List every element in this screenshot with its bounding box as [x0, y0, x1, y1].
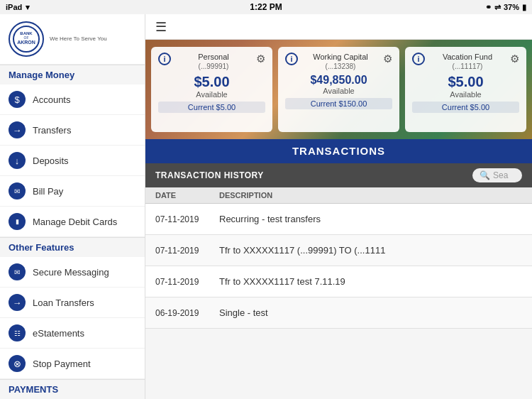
account-name-1: Working Capital (...13238): [298, 53, 383, 71]
sidebar-section-manage-money: Manage Money: [0, 65, 145, 84]
sidebar-item-accounts[interactable]: $ Accounts: [0, 84, 145, 115]
account-current-2: Current $5.00: [412, 102, 519, 113]
sidebar-item-stop-payment[interactable]: ⊗ Stop Payment: [0, 349, 145, 379]
sidebar-item-deposits[interactable]: ↓ Deposits: [0, 146, 145, 176]
tx-date-0: 07-11-2019: [155, 214, 219, 224]
secure-messaging-icon: ✉: [9, 263, 26, 280]
sidebar: BANK OF AKRON We Here To Serve You Manag…: [0, 14, 145, 399]
table-row[interactable]: 07-11-2019 Tfr to XXXXX1117 test 7.11.19: [145, 266, 532, 297]
tx-desc-2: Tfr to XXXXX1117 test 7.11.19: [219, 276, 522, 287]
stop-payment-icon: ⊗: [9, 355, 26, 372]
sidebar-item-bill-pay-label: Bill Pay: [33, 186, 63, 197]
status-bar: iPad ▾ 1:22 PM ⚭ ⇌ 37% ▮: [0, 0, 532, 14]
account-gear-1[interactable]: ⚙: [383, 53, 392, 65]
logo-tagline: We Here To Serve You: [50, 36, 107, 43]
sidebar-item-accounts-label: Accounts: [33, 94, 70, 105]
search-box[interactable]: 🔍 Sea: [472, 168, 522, 182]
deposits-icon: ↓: [9, 152, 26, 169]
logo-circle: BANK OF AKRON: [9, 21, 44, 57]
account-available-0: Available: [158, 90, 265, 99]
topbar: ☰: [145, 14, 532, 40]
bluetooth-icon: ⚭: [485, 3, 492, 12]
logo-text: We Here To Serve You: [50, 36, 107, 43]
account-name-2: Vacation Fund (...11117): [425, 53, 510, 71]
bill-pay-icon: ✉: [9, 182, 26, 200]
tx-date-3: 06-19-2019: [155, 308, 219, 318]
sidebar-item-transfers-label: Transfers: [33, 125, 71, 136]
transactions-section-header: TRANSACTIONS: [145, 139, 532, 163]
status-left: iPad ▾: [6, 3, 30, 12]
search-icon: 🔍: [480, 170, 490, 180]
sidebar-item-debit-cards[interactable]: ▮ Manage Debit Cards: [0, 207, 145, 237]
sidebar-logo: BANK OF AKRON We Here To Serve You: [0, 14, 145, 65]
estatements-icon: ☷: [9, 324, 26, 341]
sidebar-item-transfers[interactable]: → Transfers: [0, 115, 145, 146]
status-time: 1:22 PM: [250, 2, 282, 12]
sidebar-item-bill-pay[interactable]: ✉ Bill Pay: [0, 176, 145, 207]
account-gear-2[interactable]: ⚙: [510, 53, 519, 65]
accounts-area: i Personal (...99991) ⚙ $5.00 Available …: [145, 40, 532, 139]
transactions-list: 07-11-2019 Recurring - test transfers 07…: [145, 204, 532, 399]
account-name-0: Personal (...99991): [171, 53, 256, 71]
debit-cards-icon: ▮: [9, 213, 26, 230]
accounts-icon: $: [9, 91, 26, 108]
table-row[interactable]: 06-19-2019 Single - test: [145, 297, 532, 329]
loan-transfers-icon: →: [9, 294, 26, 311]
account-card-0[interactable]: i Personal (...99991) ⚙ $5.00 Available …: [151, 47, 272, 132]
sidebar-item-loan-transfers-label: Loan Transfers: [33, 297, 94, 308]
account-card-2[interactable]: i Vacation Fund (...11117) ⚙ $5.00 Avail…: [405, 47, 526, 132]
transaction-history-label: TRANSACTION HISTORY: [155, 170, 264, 180]
status-right: ⚭ ⇌ 37% ▮: [485, 3, 526, 12]
accounts-cards: i Personal (...99991) ⚙ $5.00 Available …: [145, 40, 532, 139]
main-content: ☰ i Personal (...99991) ⚙ $5.00: [145, 14, 532, 399]
svg-text:AKRON: AKRON: [17, 40, 35, 45]
sidebar-item-estatements[interactable]: ☷ eStatements: [0, 318, 145, 349]
account-card-header-0: i Personal (...99991) ⚙: [158, 53, 265, 71]
account-current-1: Current $150.00: [285, 98, 392, 109]
account-info-icon-1[interactable]: i: [285, 53, 298, 65]
col-date-header: DATE: [155, 191, 219, 200]
transfers-icon: →: [9, 121, 26, 138]
hamburger-icon[interactable]: ☰: [155, 19, 167, 35]
search-placeholder: Sea: [493, 170, 508, 180]
account-card-header-1: i Working Capital (...13238) ⚙: [285, 53, 392, 71]
account-card-header-2: i Vacation Fund (...11117) ⚙: [412, 53, 519, 71]
account-amount-1: $49,850.00: [285, 74, 392, 87]
sidebar-section-payments: PAYMENTS: [0, 379, 145, 399]
account-amount-2: $5.00: [412, 74, 519, 90]
carrier-label: iPad: [6, 3, 22, 11]
battery-icon: ▮: [522, 3, 526, 12]
table-header-bar: TRANSACTION HISTORY 🔍 Sea: [145, 163, 532, 187]
account-gear-0[interactable]: ⚙: [256, 53, 265, 65]
column-headers: DATE DESCRIPTION: [145, 187, 532, 204]
account-available-2: Available: [412, 90, 519, 99]
sidebar-item-stop-payment-label: Stop Payment: [33, 359, 91, 369]
wifi-icon: ▾: [26, 3, 30, 12]
account-card-1[interactable]: i Working Capital (...13238) ⚙ $49,850.0…: [278, 47, 399, 132]
sidebar-item-debit-cards-label: Manage Debit Cards: [33, 217, 117, 227]
account-amount-0: $5.00: [158, 74, 265, 90]
account-available-1: Available: [285, 87, 392, 95]
sidebar-item-loan-transfers[interactable]: → Loan Transfers: [0, 288, 145, 318]
sidebar-item-estatements-label: eStatements: [33, 328, 84, 339]
tx-date-1: 07-11-2019: [155, 246, 219, 256]
tx-date-2: 07-11-2019: [155, 277, 219, 287]
sidebar-item-secure-messaging[interactable]: ✉ Secure Messaging: [0, 257, 145, 288]
tx-desc-3: Single - test: [219, 307, 522, 318]
table-row[interactable]: 07-11-2019 Tfr to XXXXX1117 (...99991) T…: [145, 235, 532, 266]
col-desc-header: DESCRIPTION: [219, 191, 522, 200]
account-current-0: Current $5.00: [158, 102, 265, 113]
sidebar-item-secure-messaging-label: Secure Messaging: [33, 267, 109, 278]
sidebar-item-deposits-label: Deposits: [33, 155, 69, 166]
tx-desc-1: Tfr to XXXXX1117 (...99991) TO (...1111: [219, 245, 522, 256]
wifi-signal-icon: ⇌: [494, 3, 501, 12]
table-row[interactable]: 07-11-2019 Recurring - test transfers: [145, 204, 532, 235]
transactions-title: TRANSACTIONS: [292, 145, 385, 157]
sidebar-section-other-features: Other Features: [0, 237, 145, 257]
battery-label: 37%: [504, 3, 519, 11]
tx-desc-0: Recurring - test transfers: [219, 214, 522, 224]
account-info-icon-0[interactable]: i: [158, 53, 171, 65]
app-container: BANK OF AKRON We Here To Serve You Manag…: [0, 14, 532, 399]
account-info-icon-2[interactable]: i: [412, 53, 425, 65]
